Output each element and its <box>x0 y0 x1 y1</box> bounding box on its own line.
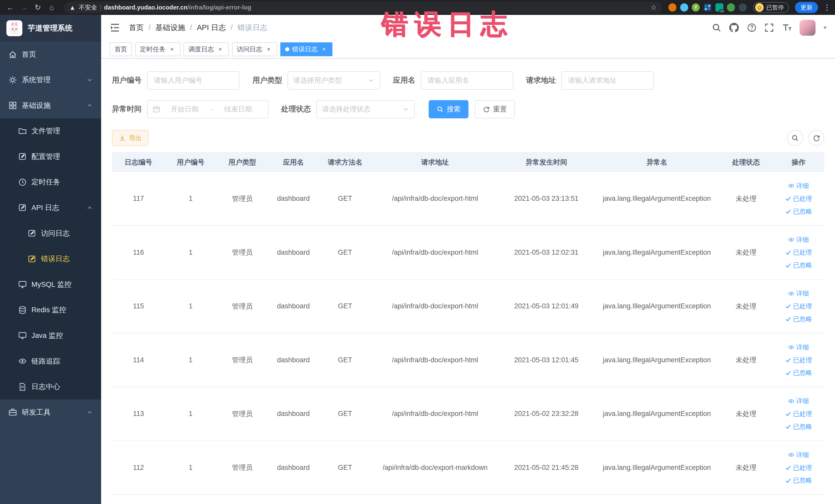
action-processed-link[interactable]: 已处理 <box>785 301 812 312</box>
sidebar-item-file-management[interactable]: 文件管理 <box>0 118 101 144</box>
app-name-input[interactable] <box>421 72 513 89</box>
request-url-input[interactable] <box>561 72 654 89</box>
user-type-select[interactable]: 请选择用户类型 <box>287 72 380 89</box>
breadcrumb-item[interactable]: 基础设施 <box>155 23 185 33</box>
chevron-down-icon[interactable]: ▾ <box>823 24 826 31</box>
filter-label: 应用名 <box>393 75 415 85</box>
action-processed-link[interactable]: 已处理 <box>785 355 812 366</box>
sidebar-item-api-logs[interactable]: API 日志 <box>0 195 101 221</box>
github-icon[interactable] <box>729 23 739 32</box>
user-id-input[interactable] <box>147 72 240 89</box>
sidebar-item-dev-tools[interactable]: 研发工具 <box>0 400 101 425</box>
browser-menu-icon[interactable]: ⋮ <box>823 3 831 12</box>
breadcrumb-item[interactable]: 首页 <box>129 23 144 33</box>
refresh-button[interactable] <box>808 130 824 146</box>
check-icon <box>785 303 791 309</box>
search-button[interactable]: 搜索 <box>429 100 468 118</box>
eye-icon <box>788 344 794 350</box>
tab-schedule-log[interactable]: 调度日志 × <box>184 42 229 56</box>
action-ignored-link[interactable]: 已忽略 <box>785 421 812 432</box>
sidebar-item-infrastructure[interactable]: 基础设施 <box>0 93 101 118</box>
sidebar-item-scheduled-tasks[interactable]: 定时任务 <box>0 169 101 195</box>
process-status-select[interactable]: 请选择处理状态 <box>316 100 415 118</box>
action-processed-link[interactable]: 已处理 <box>785 247 812 258</box>
table-row: 117 1 管理员 dashboard GET /api/infra/db-do… <box>112 172 824 226</box>
search-toggle-button[interactable] <box>787 130 803 146</box>
app-title: 芋道管理系统 <box>28 23 73 33</box>
cell-exception-time: 2021-05-03 12:01:49 <box>498 280 594 333</box>
sidebar-item-redis-monitor[interactable]: Redis 监控 <box>0 297 101 323</box>
sidebar-item-access-log[interactable]: 访问日志 <box>0 221 101 246</box>
browser-profile-chip[interactable]: ☺︎ 已暂停 <box>753 2 789 13</box>
tab-scheduled-task[interactable]: 定时任务 × <box>135 42 180 56</box>
font-size-icon[interactable] <box>782 23 792 32</box>
close-icon[interactable]: × <box>320 45 328 53</box>
sidebar-fold-icon[interactable] <box>109 22 120 33</box>
sidebar-item-trace[interactable]: 链路追踪 <box>0 348 101 374</box>
action-ignored-link[interactable]: 已忽略 <box>785 367 812 379</box>
extension-icon[interactable] <box>668 3 676 11</box>
breadcrumb-item[interactable]: API 日志 <box>197 23 226 33</box>
extension-icon[interactable] <box>680 3 688 11</box>
avatar[interactable] <box>799 20 815 36</box>
action-ignored-link[interactable]: 已忽略 <box>785 206 812 217</box>
main-content: 首页 / 基础设施 / API 日志 / 错误日志 ▾ 首页 <box>101 15 835 504</box>
cell-status: 未处理 <box>719 334 773 387</box>
bookmark-star-icon[interactable]: ☆ <box>650 3 657 12</box>
breadcrumb-separator: / <box>149 23 151 32</box>
extension-icon[interactable] <box>739 3 747 11</box>
filter-row-2: 异常时间 开始日期 - 结束日期 处理状态 请选择处理状态 <box>112 100 824 118</box>
briefcase-icon <box>8 408 17 417</box>
chevron-down-icon <box>403 106 409 113</box>
browser-reload-button[interactable]: ↻ <box>32 2 44 13</box>
reset-button[interactable]: 重置 <box>475 100 515 118</box>
sidebar-item-home[interactable]: 首页 <box>0 42 101 67</box>
eye-icon <box>788 237 794 243</box>
tab-error-log[interactable]: 错误日志 × <box>280 42 332 56</box>
filter-label: 异常时间 <box>112 104 142 114</box>
cell-status: 未处理 <box>719 172 773 225</box>
close-icon[interactable]: × <box>217 45 224 53</box>
action-ignored-link[interactable]: 已忽略 <box>785 314 812 325</box>
sidebar-item-label: 文件管理 <box>31 126 60 136</box>
action-detail-link[interactable]: 详细 <box>788 342 809 353</box>
action-processed-link[interactable]: 已处理 <box>785 193 812 204</box>
close-icon[interactable]: × <box>168 45 176 53</box>
action-detail-link[interactable]: 详细 <box>788 180 809 191</box>
sidebar-item-system-management[interactable]: 系统管理 <box>0 67 101 93</box>
close-icon[interactable]: × <box>265 45 272 53</box>
fullscreen-icon[interactable] <box>765 23 774 32</box>
action-ignored-link[interactable]: 已忽略 <box>785 260 812 271</box>
edit-icon <box>18 203 27 212</box>
help-icon[interactable] <box>747 23 756 32</box>
sidebar-item-mysql-monitor[interactable]: MySQL 监控 <box>0 271 101 297</box>
action-detail-link[interactable]: 详细 <box>788 449 809 461</box>
sidebar-item-log-center[interactable]: 日志中心 <box>0 374 101 400</box>
action-processed-link[interactable]: 已处理 <box>785 408 812 420</box>
sidebar-item-error-log[interactable]: 错误日志 <box>0 246 101 271</box>
extension-icon[interactable] <box>704 3 712 11</box>
extension-icon[interactable]: on <box>715 3 724 11</box>
sidebar-item-config-management[interactable]: 配置管理 <box>0 144 101 169</box>
search-icon[interactable] <box>712 23 721 32</box>
breadcrumb-separator: / <box>231 23 233 32</box>
browser-back-button[interactable]: ← <box>4 2 16 13</box>
action-detail-link[interactable]: 详细 <box>788 234 809 245</box>
action-detail-link[interactable]: 详细 <box>788 288 809 299</box>
extension-icon[interactable]: Y <box>692 3 700 11</box>
sidebar-item-java-monitor[interactable]: Java 监控 <box>0 323 101 348</box>
tab-access-log[interactable]: 访问日志 × <box>232 42 277 56</box>
browser-update-button[interactable]: 更新 <box>795 2 818 13</box>
export-button[interactable]: 导出 <box>112 130 149 146</box>
browser-home-button[interactable]: ⌂ <box>46 2 58 13</box>
tab-home[interactable]: 首页 <box>109 42 132 56</box>
url-text[interactable]: dashboard.yudao.iocoder.cn/infra/log/api… <box>104 4 251 11</box>
date-range-picker[interactable]: 开始日期 - 结束日期 <box>147 100 268 118</box>
action-processed-link[interactable]: 已处理 <box>785 462 812 473</box>
action-detail-link[interactable]: 详细 <box>788 396 809 407</box>
browser-forward-button[interactable]: → <box>18 2 30 13</box>
extension-icon[interactable] <box>727 3 735 11</box>
security-label[interactable]: 不安全 <box>79 3 97 12</box>
address-bar[interactable]: ▲︎ 不安全 dashboard.yudao.iocoder.cn/infra/… <box>64 2 662 13</box>
action-ignored-link[interactable]: 已忽略 <box>785 475 812 486</box>
